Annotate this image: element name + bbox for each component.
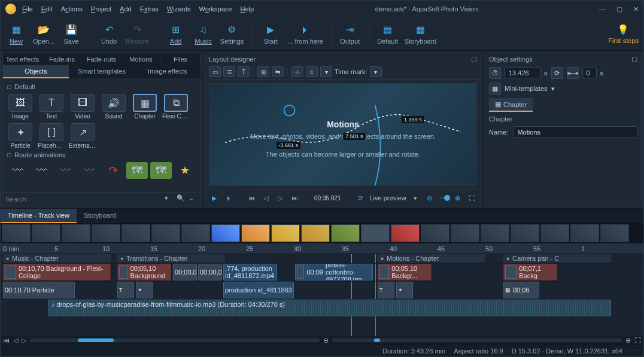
tab-text-effects[interactable]: Text effects	[3, 53, 42, 65]
scroll-start-icon[interactable]: ⏮	[3, 337, 10, 344]
maximize-panel-icon[interactable]: ▢	[471, 55, 477, 63]
from-here-button[interactable]: ⏵... from here	[287, 23, 323, 45]
tool-placeholder[interactable]: [ ]Placehol...	[38, 123, 65, 149]
menu-extras[interactable]: Extras	[140, 5, 159, 13]
pt-timemark-drop[interactable]: ▾	[370, 66, 382, 77]
mini-templates-icon[interactable]: ▦	[489, 83, 501, 94]
tool-sound[interactable]: 🔊Sound	[100, 94, 127, 120]
tool-external[interactable]: ↗External c...	[69, 123, 96, 149]
audio-clip[interactable]: ♪ drops-of-glas-by-musicparadise-from-fi…	[48, 300, 611, 316]
tl-zoom-slider[interactable]	[332, 338, 622, 342]
start-button[interactable]: ▶Start	[260, 23, 281, 45]
clip-bg-1[interactable]: 00;10,70 Background - Flexi-Collage	[3, 264, 111, 280]
section-routes[interactable]: Route animations	[7, 151, 197, 158]
skip-end-icon[interactable]: ⏭	[289, 193, 300, 203]
menu-edit[interactable]: Edit	[41, 5, 53, 13]
clip-text-2[interactable]: T	[378, 282, 394, 298]
clip-t2[interactable]: 00;00,03	[198, 264, 222, 280]
menu-file[interactable]: File	[22, 5, 33, 13]
chapter-camera-pan[interactable]: ▸ Camera pan - C	[503, 254, 611, 263]
tl-zoom-in-icon[interactable]: ⊕	[625, 337, 631, 344]
menu-actions[interactable]: Actions	[61, 5, 83, 13]
route-2[interactable]: 〰	[31, 162, 52, 179]
storyboard-button[interactable]: ▦Storyboard	[405, 23, 437, 45]
play-button[interactable]: ▶	[209, 193, 220, 203]
tab-files[interactable]: Files	[161, 53, 201, 65]
clip-t1[interactable]: 00;00,03	[173, 264, 197, 280]
tool-chapter[interactable]: ▦Chapter	[131, 94, 159, 120]
settings-button[interactable]: ⚙Settings	[220, 23, 244, 45]
subtab-objects[interactable]: Objects	[3, 65, 69, 78]
search-input[interactable]	[5, 196, 162, 203]
add-button[interactable]: ⊞Add	[165, 23, 187, 45]
pt-drop[interactable]: ▾	[320, 66, 332, 77]
clip-bg-4[interactable]: 00;07,1 Backg	[503, 264, 557, 280]
tab-fade-outs[interactable]: Fade-outs	[82, 53, 121, 65]
pt-toggle[interactable]: ⇆	[272, 66, 284, 77]
tl-zoom-out-icon[interactable]: ⊖	[323, 337, 329, 344]
pt-snap[interactable]: ⊹	[291, 66, 303, 77]
pt-text[interactable]: T	[238, 66, 250, 77]
name-input[interactable]	[513, 126, 637, 138]
prev-icon[interactable]: ◁	[260, 193, 271, 203]
route-star[interactable]: ★	[174, 162, 196, 179]
chapter-motions[interactable]: ▸ Motions - Chapter	[378, 254, 485, 263]
route-1[interactable]: 〰	[7, 162, 28, 179]
marker-a[interactable]: -3.661 s	[277, 142, 301, 149]
tool-image[interactable]: 🖼Image	[7, 94, 34, 120]
route-map-2[interactable]: 🗺	[150, 162, 172, 179]
clip-mid[interactable]: production id_4811863	[223, 282, 294, 298]
tab-fade-ins[interactable]: Fade-ins	[42, 53, 82, 65]
subtab-image-effects[interactable]: Image effects	[135, 65, 201, 78]
menu-workspace[interactable]: Workspace	[199, 5, 232, 13]
route-4[interactable]: 〰	[78, 162, 100, 179]
clip-mp4[interactable]: ,774, production id_4811872.mp4	[223, 264, 277, 280]
pt-align[interactable]: ≡	[306, 66, 318, 77]
zoom-in-icon[interactable]: ⊕	[452, 193, 463, 203]
chapter-tab[interactable]: ▦Chapter	[489, 98, 533, 112]
maximize-button[interactable]: ▢	[616, 5, 622, 13]
pt-select[interactable]: ▭	[209, 66, 221, 77]
search-icon[interactable]: 🔍	[177, 194, 186, 204]
clip-fx-2[interactable]: ✦	[396, 282, 413, 298]
mini-drop-icon[interactable]: ▾	[551, 85, 555, 93]
music-button[interactable]: ♫Music	[193, 23, 214, 45]
subtab-smart-templates[interactable]: Smart templates	[69, 65, 135, 78]
skip-start-icon[interactable]: ⏮	[246, 193, 257, 203]
menu-add[interactable]: Add	[120, 5, 132, 13]
status-more-icon[interactable]: ⋯	[631, 347, 637, 355]
route-5[interactable]: ↷	[102, 162, 124, 179]
output-button[interactable]: ⇥Output	[339, 23, 361, 45]
marker-c[interactable]: 1.359 s	[402, 116, 424, 123]
default-button[interactable]: ▤Default	[377, 23, 399, 45]
timeline-tab-tracks[interactable]: Timeline - Track view	[1, 209, 77, 223]
clip-bg-3[interactable]: 00;05,10 Backgr...	[378, 264, 432, 280]
close-button[interactable]: ✕	[633, 5, 639, 13]
tool-video[interactable]: 🎞Video	[69, 94, 96, 120]
collapse-icon[interactable]: ⌄	[189, 194, 198, 204]
menu-wizards[interactable]: Wizards	[167, 5, 191, 13]
scroll-prev-icon[interactable]: ◁	[13, 337, 18, 344]
clip-particle[interactable]: 00:10.70 Particle	[3, 282, 75, 298]
restore-button[interactable]: ↷Restore	[126, 23, 149, 45]
clip-text-1[interactable]: T	[117, 282, 134, 298]
refresh-icon[interactable]: ⟳	[551, 67, 563, 79]
marker-b[interactable]: 7.501 s	[343, 133, 366, 140]
save-button[interactable]: 💾Save	[60, 23, 82, 45]
section-default[interactable]: Default	[7, 83, 197, 90]
duration-value[interactable]: 13.426	[505, 68, 540, 78]
timeline-tab-storyboard[interactable]: Storyboard	[77, 209, 123, 223]
clip-bg-2[interactable]: 00;05,10 Background	[117, 264, 171, 280]
mini-templates-label[interactable]: Mini-templates	[505, 85, 548, 92]
menu-project[interactable]: Project	[91, 5, 111, 13]
maximize-settings-icon[interactable]: ▢	[631, 55, 637, 63]
next-icon[interactable]: ▷	[275, 193, 285, 203]
new-button[interactable]: ▦New	[5, 23, 27, 45]
pt-grid[interactable]: ⊞	[257, 66, 269, 77]
tool-flexi-collage[interactable]: ⧉Flexi-Coll...	[162, 94, 190, 120]
clip-pex[interactable]: 00;09 pexels-cottonbro-4972708.jpg	[295, 264, 373, 280]
clip-fx-1[interactable]: ✦	[136, 282, 153, 298]
route-map-1[interactable]: 🗺	[126, 162, 148, 179]
chapter-music[interactable]: ▸ Music - Chapter	[3, 254, 111, 263]
play-segment-button[interactable]: ⏵	[223, 193, 234, 203]
